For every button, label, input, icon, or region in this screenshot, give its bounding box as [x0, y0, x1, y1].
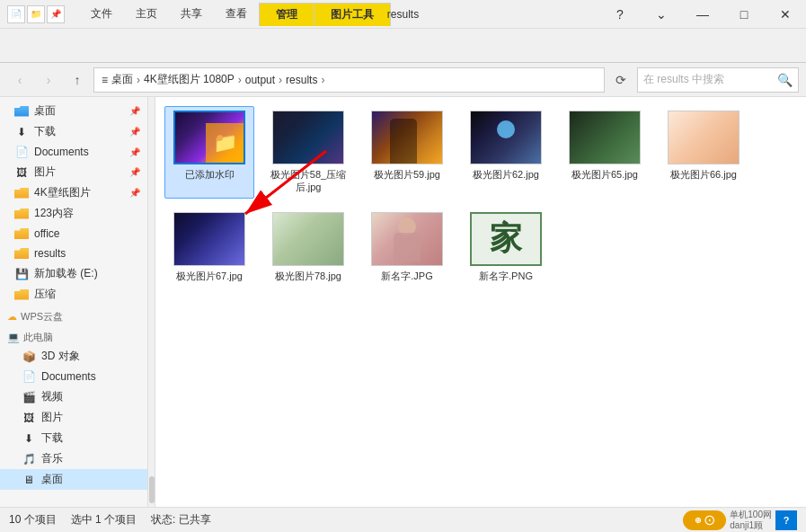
sidebar-item-documents-fav[interactable]: 📄 Documents 📌: [0, 142, 147, 162]
file-item-aurora67[interactable]: 极光图片67.jpg: [164, 208, 254, 287]
close-button[interactable]: ✕: [765, 0, 806, 29]
nav-up-button[interactable]: ↑: [65, 67, 90, 93]
sidebar-item-video[interactable]: 🎬 视频: [0, 386, 147, 407]
breadcrumb-output[interactable]: output: [245, 74, 275, 86]
nav-forward-button[interactable]: ›: [36, 67, 61, 93]
file-name: 已添加水印: [185, 168, 235, 181]
title-bar: 📄 📁 📌 文件 主页 共享 查看 管理 图片工具 results ? ⌄ — …: [0, 0, 806, 29]
search-box[interactable]: 在 results 中搜索 🔍: [637, 67, 799, 93]
music-icon: 🎵: [22, 452, 36, 466]
ribbon: [0, 29, 806, 63]
watermark-area: ⊕ ⊙ 单机100网 danji1顾 ?: [683, 510, 797, 531]
watermark-circle-logo: ⊕ ⊙: [683, 510, 726, 530]
help-button[interactable]: ?: [599, 0, 641, 29]
tab-home[interactable]: 主页: [124, 2, 169, 26]
sidebar-item-office[interactable]: office: [0, 224, 147, 244]
sidebar-label: office: [34, 227, 59, 240]
file-item-newname-jpg[interactable]: 新名字.JPG: [362, 208, 452, 287]
pictures-icon: 🖼: [22, 411, 36, 425]
sidebar-item-desktop-fav[interactable]: 桌面 📌: [0, 101, 147, 121]
sidebar-item-compress[interactable]: 压缩: [0, 284, 147, 305]
download-icon: ⬇: [14, 125, 29, 139]
status-text: 状态: 已共享: [151, 512, 211, 528]
tab-management[interactable]: 管理: [259, 3, 314, 26]
window-title: results: [387, 8, 419, 21]
pin-icon: 📌: [129, 167, 140, 177]
help-small-btn[interactable]: ?: [775, 510, 797, 530]
main-layout: 桌面 📌 ⬇ 下载 📌 📄 Documents 📌 🖼 图片 📌 4K壁纸图片 …: [0, 97, 806, 507]
tb-icon-folder[interactable]: 📁: [27, 5, 45, 23]
expand-button[interactable]: ⌄: [641, 0, 682, 29]
sidebar-item-drive-e[interactable]: 💾 新加载卷 (E:): [0, 263, 147, 284]
sidebar-item-3d[interactable]: 📦 3D 对象: [0, 346, 147, 367]
file-item-aurora65[interactable]: 极光图片65.jpg: [560, 106, 650, 199]
file-name: 极光图片58_压缩后.jpg: [268, 168, 349, 194]
sidebar-item-documents-pc[interactable]: 📄 Documents: [0, 367, 147, 386]
sidebar-item-pictures-pc[interactable]: 🖼 图片: [0, 407, 147, 428]
video-icon: 🎬: [22, 390, 36, 404]
folder-icon: [14, 288, 29, 302]
address-path[interactable]: ≡ 桌面 › 4K壁纸图片 1080P › output › results ›: [93, 67, 605, 93]
sidebar-item-wallpaper-fav[interactable]: 4K壁纸图片 📌: [0, 182, 147, 203]
tab-file[interactable]: 文件: [79, 2, 124, 26]
minimize-button[interactable]: —: [682, 0, 723, 29]
section-label: 此电脑: [23, 331, 53, 344]
sidebar-label: 图片: [34, 164, 56, 180]
file-item-aurora62[interactable]: 极光图片62.jpg: [461, 106, 551, 199]
file-item-newname-png[interactable]: 家 新名字.PNG: [461, 208, 551, 287]
sidebar-item-pictures-fav[interactable]: 🖼 图片 📌: [0, 162, 147, 182]
file-item-aurora58[interactable]: 极光图片58_压缩后.jpg: [263, 106, 353, 199]
sidebar-label: 123内容: [34, 206, 74, 221]
file-name: 新名字.PNG: [479, 270, 533, 282]
pin-icon: 📌: [129, 188, 140, 198]
sidebar-label: 压缩: [34, 287, 56, 302]
tab-picture-tools[interactable]: 图片工具: [314, 3, 391, 26]
file-item-aurora59[interactable]: 极光图片59.jpg: [362, 106, 452, 199]
sidebar-label: results: [34, 247, 66, 260]
item-count: 10 个项目: [9, 512, 57, 528]
ribbon-tabs: 文件 主页 共享 查看 管理 图片工具: [79, 2, 391, 26]
folder-icon-char: 📁: [213, 131, 237, 155]
pin-icon: 📌: [129, 106, 140, 116]
sidebar-item-results[interactable]: results: [0, 244, 147, 263]
files-grid: 📁 已添加水印 极光图片58_压缩后.jpg 极光图片59.jpg: [164, 106, 797, 287]
refresh-button[interactable]: ⟳: [608, 67, 633, 93]
stamp-character: 家: [490, 217, 522, 261]
file-thumbnail: 家: [470, 212, 542, 266]
file-thumbnail: [668, 111, 740, 164]
cloud-icon: ☁: [7, 311, 17, 323]
nav-back-button[interactable]: ‹: [7, 67, 32, 93]
thumbnail-detail: [497, 120, 515, 138]
path-sep-1: ›: [137, 74, 140, 86]
sidebar-item-music[interactable]: 🎵 音乐: [0, 448, 147, 469]
scrollbar-thumb[interactable]: [149, 476, 155, 503]
breadcrumb-wallpaper[interactable]: 4K壁纸图片 1080P: [144, 72, 235, 87]
file-item-aurora66[interactable]: 极光图片66.jpg: [659, 106, 748, 199]
tab-share[interactable]: 共享: [169, 2, 214, 26]
sidebar-label: 桌面: [41, 472, 63, 487]
maximize-button[interactable]: □: [723, 0, 765, 29]
sidebar-label: 新加载卷 (E:): [34, 266, 98, 281]
tab-view[interactable]: 查看: [214, 2, 259, 26]
watermark-line2: danji1顾: [730, 520, 772, 531]
file-thumbnail: [371, 212, 443, 266]
tb-icon-pin[interactable]: 📌: [47, 5, 65, 23]
3d-icon: 📦: [22, 350, 36, 364]
sidebar-item-download-pc[interactable]: ⬇ 下载: [0, 428, 147, 448]
sidebar-label: 音乐: [41, 451, 63, 466]
sidebar-scrollbar[interactable]: [148, 97, 155, 507]
sidebar-label: 视频: [41, 389, 63, 404]
search-placeholder: 在 results 中搜索: [643, 72, 724, 87]
title-bar-left: 📄 📁 📌 文件 主页 共享 查看 管理 图片工具: [7, 2, 391, 26]
sidebar-item-123[interactable]: 123内容: [0, 203, 147, 224]
sidebar-label: 下载: [41, 430, 63, 446]
sidebar-item-download-fav[interactable]: ⬇ 下载 📌: [0, 121, 147, 142]
thumbnail-detail: [390, 119, 417, 164]
breadcrumb-results[interactable]: results: [286, 74, 317, 86]
breadcrumb-desktop[interactable]: 桌面: [111, 72, 133, 87]
file-thumbnail: [569, 111, 641, 164]
path-sep-4: ›: [321, 74, 324, 86]
sidebar-item-desktop-pc[interactable]: 🖥 桌面: [0, 469, 147, 490]
file-item-watermark-folder[interactable]: 📁 已添加水印: [164, 106, 254, 199]
file-item-aurora78[interactable]: 极光图片78.jpg: [263, 208, 353, 287]
